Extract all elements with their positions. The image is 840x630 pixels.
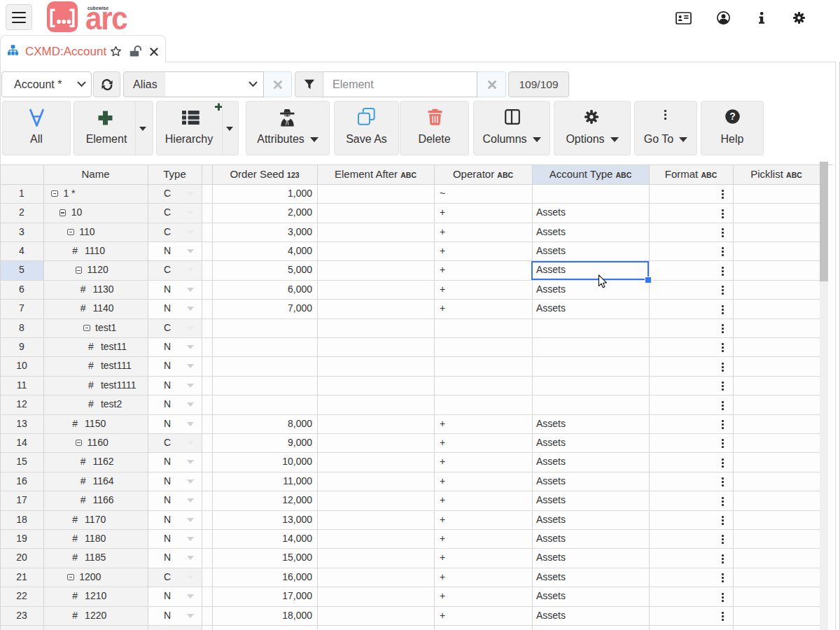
svg-text:?: ? (729, 111, 736, 122)
